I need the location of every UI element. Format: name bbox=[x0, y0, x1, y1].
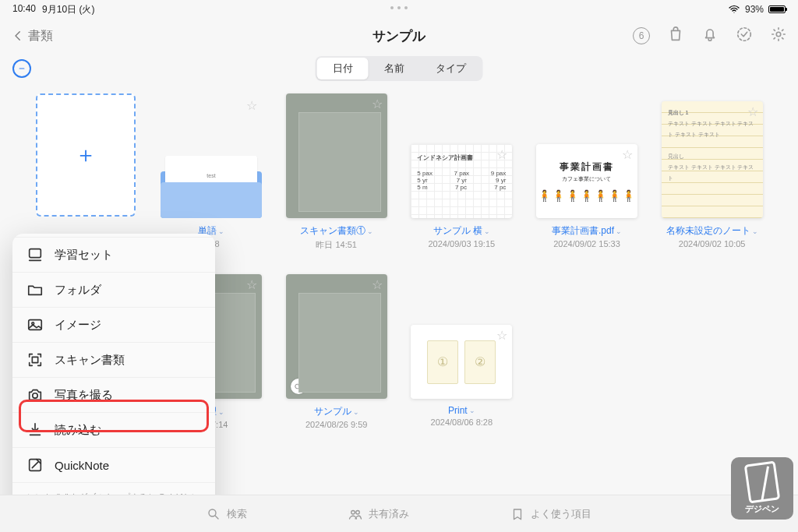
folder-icon bbox=[26, 281, 44, 298]
status-bar: 10:40 9月10日 (火) 93% bbox=[0, 0, 798, 19]
seg-name[interactable]: 名前 bbox=[369, 58, 420, 79]
menu-scan-doc[interactable]: スキャン書類 bbox=[12, 343, 215, 378]
menu-image[interactable]: イメージ bbox=[12, 308, 215, 343]
shop-icon[interactable] bbox=[667, 26, 684, 46]
svg-rect-5 bbox=[32, 357, 37, 362]
star-icon[interactable]: ☆ bbox=[246, 277, 259, 290]
menu-take-photo[interactable]: 写真を撮る bbox=[12, 378, 215, 413]
page-title: サンプル bbox=[373, 27, 425, 45]
star-icon[interactable]: ☆ bbox=[372, 97, 384, 109]
image-icon bbox=[26, 316, 44, 333]
status-date: 9月10日 (火) bbox=[42, 3, 94, 16]
add-menu-popup: 学習セット フォルダ イメージ スキャン書類 写真を撮る 読み込む QuickN… bbox=[12, 234, 215, 527]
shared-button[interactable]: 共有済み bbox=[348, 507, 409, 521]
stack-icon bbox=[26, 246, 44, 263]
tile-business-plan-pdf[interactable]: ☆ 事業計画書 カフェ事業について 🧍🧍🧍🧍🧍🧍🧍 事業計画書.pdf⌄ 202… bbox=[532, 93, 642, 251]
back-button[interactable]: 書類 bbox=[11, 28, 53, 44]
menu-study-set[interactable]: 学習セット bbox=[12, 237, 215, 273]
svg-point-1 bbox=[776, 32, 781, 37]
sort-segmented-control[interactable]: 日付 名前 タイプ bbox=[316, 56, 483, 81]
camera-icon bbox=[26, 386, 44, 403]
menu-folder[interactable]: フォルダ bbox=[12, 273, 215, 308]
wifi-icon bbox=[728, 3, 740, 16]
bottom-toolbar: 検索 共有済み よく使う項目 bbox=[0, 495, 798, 532]
svg-point-6 bbox=[33, 393, 37, 398]
star-icon[interactable]: ☆ bbox=[496, 328, 509, 340]
svg-point-10 bbox=[356, 510, 360, 514]
sub-bar: 日付 名前 タイプ bbox=[0, 53, 798, 84]
gear-icon[interactable] bbox=[770, 26, 787, 46]
quicknote-icon bbox=[26, 456, 44, 474]
nav-bar: 書類 サンプル 6 bbox=[0, 19, 798, 53]
menu-import[interactable]: 読み込む bbox=[12, 413, 215, 448]
tile-print[interactable]: ☆ ① ② Print⌄ 2024/08/06 8:28 bbox=[407, 274, 517, 429]
search-button[interactable]: 検索 bbox=[207, 507, 247, 521]
status-time: 10:40 bbox=[12, 3, 36, 16]
svg-rect-3 bbox=[29, 320, 42, 330]
back-label: 書類 bbox=[28, 28, 53, 44]
battery-icon bbox=[768, 5, 786, 13]
tile-untitled-note[interactable]: ☆ 見出し 1テキスト テキスト テキスト テキスト テキスト テキスト見出しテ… bbox=[657, 93, 767, 251]
svg-point-0 bbox=[738, 28, 751, 41]
select-icon[interactable] bbox=[736, 26, 753, 46]
plus-icon: ＋ bbox=[75, 140, 97, 170]
svg-rect-2 bbox=[30, 249, 41, 258]
sync-status-icon[interactable] bbox=[12, 59, 31, 78]
scan-icon bbox=[26, 351, 44, 368]
bookmark-icon bbox=[510, 507, 524, 521]
battery-pct: 93% bbox=[745, 4, 764, 15]
tile-sample-landscape[interactable]: ☆ インドネシア計画書 5 pax7 pax9 pax 5 yr7 yr9 yr… bbox=[407, 93, 517, 251]
seg-type[interactable]: タイプ bbox=[420, 58, 482, 79]
import-icon bbox=[26, 421, 44, 439]
cloud-sync-icon: ⟳ bbox=[291, 379, 306, 394]
search-icon bbox=[207, 507, 221, 521]
sync-count-badge[interactable]: 6 bbox=[633, 27, 650, 44]
add-tile[interactable]: ＋ bbox=[31, 93, 141, 251]
menu-quicknote[interactable]: QuickNote bbox=[12, 448, 215, 483]
tile-scan-doc-1[interactable]: ☆ スキャン書類①⌄ 昨日 14:51 bbox=[281, 93, 391, 251]
star-icon[interactable]: ☆ bbox=[372, 277, 384, 290]
bell-icon[interactable] bbox=[701, 26, 719, 46]
people-icon bbox=[348, 507, 362, 521]
list-view-icon[interactable] bbox=[768, 58, 786, 79]
svg-point-4 bbox=[32, 322, 34, 325]
seg-date[interactable]: 日付 bbox=[317, 58, 369, 79]
star-icon[interactable]: ☆ bbox=[622, 147, 634, 160]
svg-point-9 bbox=[351, 510, 355, 514]
tile-sample[interactable]: ☆ ⟳ サンプル⌄ 2024/08/26 9:59 bbox=[281, 274, 391, 429]
svg-point-8 bbox=[209, 509, 216, 516]
watermark-badge: デジペン bbox=[731, 457, 793, 520]
tile-folder[interactable]: ☆ test 単語⌄ 0:18 bbox=[157, 93, 267, 251]
favorites-button[interactable]: よく使う項目 bbox=[510, 507, 591, 521]
star-icon[interactable]: ☆ bbox=[246, 98, 259, 111]
